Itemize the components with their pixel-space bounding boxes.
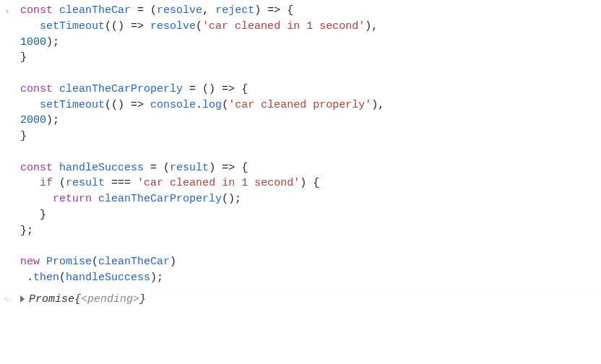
code-token: , — [202, 4, 215, 17]
code-token — [20, 193, 53, 205]
promise-state: <pending> — [81, 292, 139, 308]
code-token: 'car cleaned in 1 second' — [137, 177, 300, 189]
code-token: if — [40, 177, 53, 189]
code-token: = — [137, 4, 144, 17]
code-token — [20, 99, 40, 111]
code-token: (() — [105, 20, 131, 32]
code-token: ( — [157, 162, 170, 174]
code-token: . — [20, 272, 33, 284]
code-token — [92, 193, 98, 205]
code-token: 'car cleaned in 1 second' — [202, 20, 365, 32]
code-token: return — [53, 193, 92, 205]
code-token — [144, 99, 150, 111]
code-token: new — [20, 256, 40, 268]
brace-open: { — [74, 292, 81, 308]
code-token: handleSuccess — [66, 272, 150, 284]
code-token: cleanTheCar — [98, 256, 170, 268]
code-token: 2000 — [20, 114, 46, 126]
output-prompt-icon: <· — [4, 292, 20, 308]
code-token: => — [222, 162, 235, 174]
code-token: => — [267, 4, 280, 17]
code-token — [131, 177, 137, 189]
code-token: ) { — [300, 177, 319, 189]
code-token — [53, 4, 59, 17]
code-token: (() — [105, 99, 131, 111]
code-token — [131, 4, 137, 17]
code-token: resolve — [150, 20, 196, 32]
promise-label: Promise — [29, 292, 74, 308]
code-token: ( — [53, 177, 66, 189]
code-token: setTimeout — [40, 99, 105, 111]
code-token: () — [196, 83, 222, 95]
console-input-row[interactable]: › const cleanTheCar = (resolve, reject) … — [0, 0, 601, 290]
code-token — [53, 83, 59, 95]
code-token: result — [66, 177, 105, 189]
code-token: === — [111, 177, 131, 189]
code-token: console — [150, 99, 196, 111]
code-token: } — [20, 209, 46, 221]
code-token — [144, 162, 150, 174]
code-token — [40, 256, 46, 268]
code-token: { — [235, 162, 248, 174]
code-token: log — [202, 99, 222, 111]
code-token: { — [235, 83, 248, 95]
code-input-area[interactable]: const cleanTheCar = (resolve, reject) =>… — [20, 3, 601, 286]
code-token: } — [20, 51, 27, 64]
code-token: ( — [144, 4, 157, 17]
expand-toggle-icon[interactable] — [20, 295, 25, 303]
code-token — [144, 20, 150, 32]
code-token: ); — [150, 272, 163, 284]
code-token: cleanTheCarProperly — [59, 83, 183, 95]
code-token: resolve — [157, 4, 202, 17]
code-token: handleSuccess — [59, 162, 144, 174]
code-token: ), — [371, 99, 391, 111]
input-prompt-icon: › — [4, 3, 20, 20]
code-token: => — [222, 83, 235, 95]
code-token: }; — [20, 225, 33, 237]
code-token: ) — [170, 256, 176, 268]
code-token: then — [33, 272, 59, 284]
code-token: { — [280, 4, 293, 17]
code-token: Promise — [46, 256, 92, 268]
brace-close: } — [139, 292, 146, 308]
code-token: ( — [222, 99, 228, 111]
code-token: ( — [59, 272, 66, 284]
code-token: . — [196, 99, 202, 111]
code-token — [20, 20, 40, 32]
code-token: 1000 — [20, 36, 46, 48]
code-token: ) — [209, 162, 222, 174]
code-token: const — [20, 4, 53, 17]
code-token — [20, 177, 40, 189]
code-token: (); — [222, 193, 241, 205]
code-token — [105, 177, 111, 189]
code-token: const — [20, 162, 53, 174]
code-token: ( — [92, 256, 98, 268]
code-token: cleanTheCar — [59, 4, 131, 17]
code-token: cleanTheCarProperly — [98, 193, 222, 205]
code-token: 'car cleaned properly' — [228, 99, 371, 111]
code-token: ); — [46, 114, 59, 126]
code-token — [53, 162, 59, 174]
code-token: reject — [215, 4, 254, 17]
code-token — [183, 83, 189, 95]
code-token: ) — [254, 4, 267, 17]
code-token: ( — [196, 20, 202, 32]
code-token: result — [170, 162, 209, 174]
code-token: => — [131, 99, 144, 111]
code-token: const — [20, 83, 53, 95]
console-output-row[interactable]: <· Promise { <pending> } — [0, 290, 601, 310]
code-token: setTimeout — [40, 20, 105, 32]
code-token: => — [131, 20, 144, 32]
code-token: ); — [46, 36, 59, 48]
code-token: = — [189, 83, 196, 95]
code-token: ), — [365, 20, 384, 32]
code-token: = — [150, 162, 157, 174]
code-token: } — [20, 130, 27, 142]
